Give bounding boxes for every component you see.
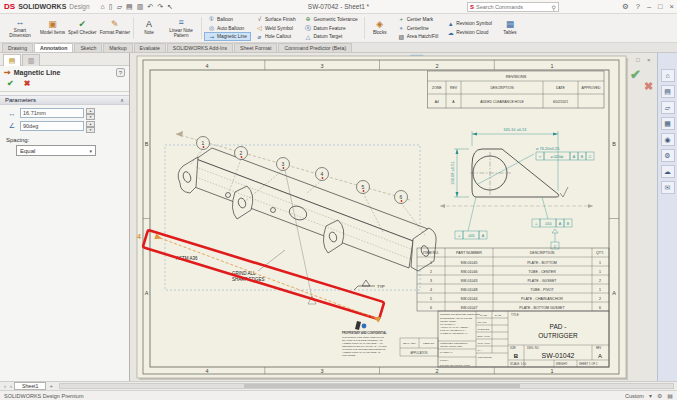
help-icon[interactable]: ? [636, 3, 640, 11]
weld-symbol-button[interactable]: ◁ Weld Symbol [252, 24, 300, 33]
length-stepper[interactable]: ▲▼ [86, 108, 95, 118]
center-mark-button[interactable]: + Center Mark [394, 15, 442, 24]
angle-stepper[interactable]: ▲▼ [86, 121, 95, 131]
tab-drawing[interactable]: Drawing [2, 43, 33, 52]
confirm-ok-icon[interactable]: ✔ [630, 67, 641, 82]
spell-checker-icon: ✔ [79, 20, 87, 29]
balloon-1[interactable]: 1 [197, 137, 210, 150]
new-document-icon[interactable]: ▯ [109, 3, 113, 10]
status-tag-icon[interactable]: ▤ [667, 392, 673, 399]
tab-command-predictor[interactable]: Command Predictor (Beta) [278, 43, 352, 52]
confirm-cancel-icon[interactable]: ✖ [644, 80, 653, 92]
open-document-icon[interactable]: ▱ [117, 3, 122, 10]
propertymanager-tab[interactable]: ▤ [3, 54, 21, 66]
datum-target-button[interactable]: △ Datum Target [301, 32, 362, 41]
balloon-4[interactable]: 4 [316, 168, 329, 181]
file-explorer-icon[interactable]: ▱ [661, 101, 675, 114]
restore-icon[interactable]: □ [658, 3, 663, 11]
weld-symbol-icon: ◁ [256, 25, 263, 31]
design-library-icon[interactable]: ▤ [661, 85, 675, 98]
svg-text:1: 1 [550, 368, 553, 374]
appearances-icon[interactable]: ◉ [661, 133, 675, 146]
messages-icon[interactable]: ✉ [661, 181, 675, 194]
tab-sketch[interactable]: Sketch [74, 43, 102, 52]
custom-dropdown[interactable]: Custom [625, 393, 644, 399]
search-input[interactable] [476, 4, 550, 10]
view-palette-icon[interactable]: ▦ [661, 117, 675, 130]
svg-text:TOLERANCING PER:: TOLERANCING PER: [440, 345, 463, 347]
scrollbar-thumb[interactable] [244, 384, 520, 388]
svg-text:DRAWING IS THE SOLE PROPERTY O: DRAWING IS THE SOLE PROPERTY OF [342, 339, 383, 341]
search-icon[interactable]: ⚲ [552, 4, 556, 11]
graphics-area[interactable]: ⚲ ▢ ↻ ◔ ▤ ◻ ⌖ ▾ ▫ – □ × [130, 53, 657, 381]
hole-callout[interactable]: ⌀ 76.20±0.25 [536, 146, 560, 151]
horizontal-scrollbar[interactable] [59, 383, 674, 389]
add-sheet-icon[interactable]: + [46, 383, 56, 389]
print-icon[interactable]: ▥ [137, 3, 144, 10]
minimize-icon[interactable]: – [647, 3, 651, 11]
revision-symbol-button[interactable]: ▲ Revision Symbol [443, 19, 496, 28]
geometric-tolerance-button[interactable]: ⊕ Geometric Tolerance [301, 15, 362, 24]
center-mark-icon: + [398, 16, 405, 22]
note-button[interactable]: A Note [136, 15, 162, 41]
sheet1-tab[interactable]: Sheet1 [14, 382, 46, 390]
format-painter-button[interactable]: ✎ Format Painter [99, 15, 131, 41]
svg-text:PLATE - CHAIN ANCHOR: PLATE - CHAIN ANCHOR [521, 297, 563, 301]
sheet-size: B [514, 353, 519, 359]
detail-width-dim[interactable]: 165.10 ±0.51 [503, 127, 527, 132]
custom-properties-icon[interactable]: ⚙ [661, 149, 675, 162]
svg-text:SIZE: SIZE [510, 346, 516, 350]
linear-note-pattern-button[interactable]: ≡ Linear Note Pattern [163, 15, 199, 41]
auto-balloon-button[interactable]: ◎ Auto Balloon [204, 24, 251, 33]
status-gear-icon[interactable]: ⚙ [657, 392, 662, 399]
model-items-icon: ▣ [48, 20, 57, 29]
featuremanager-tab[interactable]: ▥ [22, 54, 40, 66]
search-commands-box[interactable]: S ⚲ [467, 2, 559, 12]
solidworks-resources-icon[interactable]: ⌂ [661, 69, 675, 82]
parameters-group-header[interactable]: Parameters ∧ [0, 95, 129, 105]
save-icon[interactable]: ▤ [126, 3, 133, 10]
model-items-button[interactable]: ▣ Model Items [39, 15, 66, 41]
spacing-dropdown[interactable]: Equal ▾ [16, 145, 96, 156]
smart-dimension-button[interactable]: ↔ Smart Dimension [2, 15, 38, 41]
redo-icon[interactable]: ↷ [157, 3, 163, 10]
chevron-down-icon[interactable]: ▾ [649, 392, 652, 399]
confirmation-corner[interactable]: ✔ ✖ [630, 67, 653, 92]
hole-callout-button[interactable]: ⌀ Hole Callout [252, 32, 300, 41]
magnetic-line-button[interactable]: ⇝ Magnetic Line [204, 32, 251, 41]
centerline-button[interactable]: ⌖ Centerline [394, 24, 442, 33]
tab-annotation[interactable]: Annotation [34, 43, 73, 52]
balloon-button[interactable]: ① Balloon [204, 15, 251, 24]
tab-markup[interactable]: Markup [103, 43, 132, 52]
close-icon[interactable]: × [670, 3, 674, 11]
ok-button[interactable]: ✔ [7, 79, 14, 88]
tables-button[interactable]: ▦ Tables [497, 15, 523, 41]
angle-field[interactable]: 90deg [20, 121, 84, 131]
sheet-tab-bar: ‹ › Sheet1 + [0, 381, 677, 390]
blocks-button[interactable]: ◈ Blocks [367, 15, 393, 41]
undo-icon[interactable]: ↶ [147, 3, 153, 10]
spell-checker-button[interactable]: ✔ Spell Checker [67, 15, 98, 41]
balloon-6[interactable]: 6 [395, 191, 408, 204]
cancel-button[interactable]: ✖ [24, 79, 31, 88]
select-icon[interactable]: ↖ [167, 3, 173, 10]
tab-evaluate[interactable]: Evaluate [134, 43, 166, 52]
forum-icon[interactable]: ☁ [661, 165, 675, 178]
help-icon[interactable]: ? [116, 68, 125, 77]
svg-text:DESCRIPTION: DESCRIPTION [490, 86, 514, 90]
surface-finish-button[interactable]: √ Surface Finish [252, 15, 300, 24]
balloon-2[interactable]: 2 [235, 147, 248, 160]
datum-feature-button[interactable]: Ⓐ Datum Feature [301, 24, 362, 33]
doc-restore-icon[interactable]: □ [636, 57, 640, 63]
detail-height-dim[interactable]: 100.08 ±0.51 [450, 161, 455, 185]
balloon-5[interactable]: 5 [357, 181, 370, 194]
balloon-3[interactable]: 3 [277, 158, 290, 171]
tab-solidworks-add-ins[interactable]: SOLIDWORKS Add-Ins [167, 43, 233, 52]
tab-sheet-format[interactable]: Sheet Format [234, 43, 277, 52]
doc-close-icon[interactable]: × [647, 57, 651, 63]
options-gear-icon[interactable]: ⚙ [622, 3, 629, 11]
home-icon[interactable]: ⌂ [101, 3, 105, 10]
area-hatch-button[interactable]: ▨ Area Hatch/Fill [394, 32, 442, 41]
revision-cloud-button[interactable]: ☁ Revision Cloud [443, 28, 496, 37]
length-field[interactable]: 16.71mm [20, 108, 84, 118]
